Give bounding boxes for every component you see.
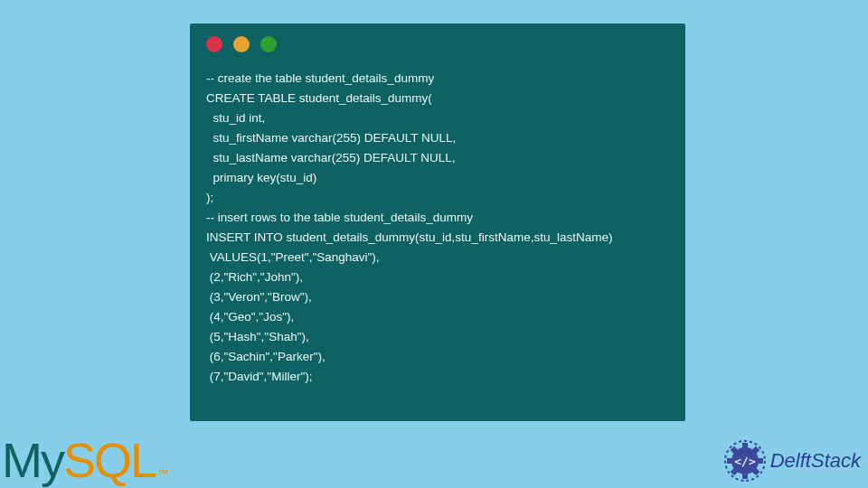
delftstack-badge: </> DelftStack [723,439,861,483]
code-content: -- create the table student_details_dumm… [206,69,669,387]
svg-rect-6 [758,458,763,464]
minimize-icon [233,36,250,52]
svg-rect-8 [742,474,748,479]
svg-rect-2 [727,458,732,464]
mysql-my-text: My [2,432,63,488]
delftstack-text: DelftStack [770,449,861,473]
mysql-tm-text: ™ [157,467,168,480]
svg-rect-4 [742,443,748,448]
delftstack-gear-icon: </> [723,439,767,483]
window-controls [206,36,669,52]
code-window: -- create the table student_details_dumm… [190,23,685,421]
svg-text:</>: </> [734,455,756,468]
close-icon [206,36,222,52]
mysql-logo: My SQL ™ [2,432,168,488]
maximize-icon [260,36,277,52]
mysql-sql-text: SQL [63,432,156,488]
